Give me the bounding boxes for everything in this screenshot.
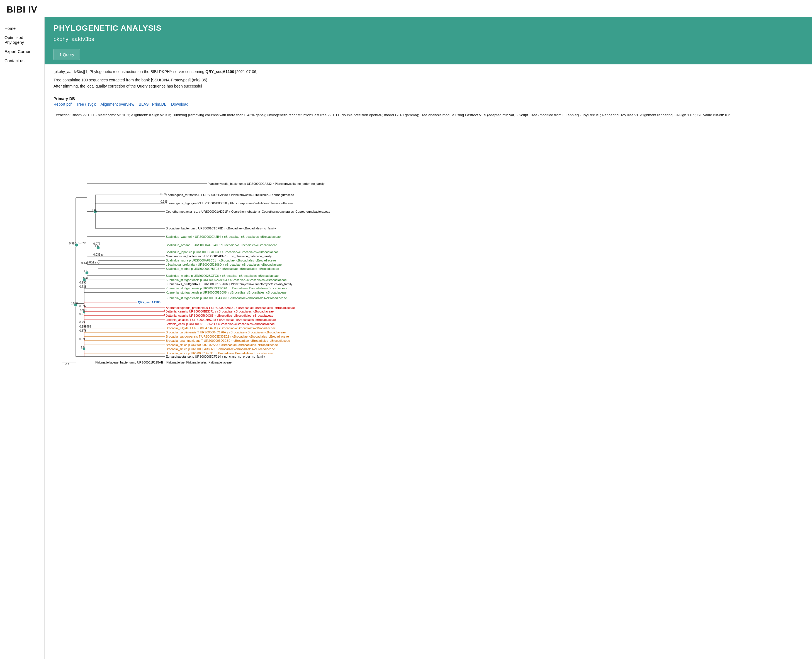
query-name: QRY_seqA1100 <box>205 69 234 74</box>
label-broc-anamm: Brocadia_anammoxidans T URS000003D7EB0 ↑… <box>166 339 290 342</box>
support-0.27: 0.27 <box>79 312 85 315</box>
desc-line2: After trimming, the local quality correc… <box>54 83 803 89</box>
nav-expert-corner[interactable]: Expert Corner <box>5 47 40 56</box>
label-broc-fulgida: Brocadia_fulgida T URS000047B430 ↑ cBroc… <box>166 326 276 330</box>
link-alignment-overview[interactable]: Alignment overview <box>100 102 134 107</box>
support-0.738: 0.738 <box>79 285 87 288</box>
info-text: [pkphy_aafdv3bs][1] Phylogenetic reconst… <box>54 69 204 74</box>
label-kuenenia1: Kuenenia_stuttgartiensis p URS00002C8303… <box>166 278 287 282</box>
label-scalindua-brodae: Scalindua_brodae ↑ URS000044S240 ↑ cBroc… <box>166 243 277 247</box>
page-subtitle: pkphy_aafdv3bs <box>54 36 803 43</box>
label-broc-sinica3: Brocadia_sinica p URS000814F7D ↑ cBrocad… <box>166 352 273 355</box>
label-kuenenia4: Kuenenia_stuttgartiensis p URS0001C43B18… <box>166 296 287 300</box>
label-kiritimati: Kiritimatiellaceae_bacterium p URS00001F… <box>95 361 231 364</box>
methods-text: Extraction: Blastn v2.10.1 - blastdbcmd … <box>54 112 803 121</box>
links-label: Primary-DB <box>54 96 803 101</box>
asterisk-2: * <box>164 313 165 317</box>
label-jettenia-caeni2: Jettenia_caeni p URS000056DC85 ↑ cBrocad… <box>166 314 273 317</box>
label-scalindua-rubra: Scalindua_rubra p URS0000AF2C31 ↑ cBroca… <box>166 259 276 262</box>
main-content: PHYLOGENETIC ANALYSIS pkphy_aafdv3bs 1 Q… <box>45 17 812 659</box>
label-broc-bact-upper: Brocadiae_bacterium p URS0001C1BF8D ↑ cB… <box>166 227 276 230</box>
links-row: Report pdf Tree (.svg); Alignment overvi… <box>54 102 803 107</box>
nav-contact-us[interactable]: Contact us <box>5 56 40 65</box>
label-scalindua-marina2: Scalindua_marina p URS00002SCFC6 ↑ cBroc… <box>166 274 279 277</box>
nav-home[interactable]: Home <box>5 24 40 33</box>
label-broc-carol: Brocadia_caroliniensis T URS000004C178A … <box>166 331 286 334</box>
label-planctomycetia-bact: Planctomycetia_bacterium p URS0000ECA732… <box>208 182 325 185</box>
label-jettenia-caeni1: Jettenia_caeni p URS00000BDD71 ↑ cBrocad… <box>166 310 274 313</box>
app: BIBI IV Home Optimized Phylogeny Expert … <box>0 0 812 659</box>
support-0.997: 0.997 <box>161 192 167 196</box>
label-broc-sapporo: Brocadia_sapporoensis T URS000003D33E02 … <box>166 335 289 338</box>
logo: BIBI IV <box>7 5 805 15</box>
support-0.489: 0.489 <box>84 325 91 328</box>
link-report-pdf[interactable]: Report pdf <box>54 102 72 107</box>
support-0.976: 0.976 <box>71 302 78 305</box>
link-blast-prim[interactable]: BLAST Prim.DB <box>139 102 167 107</box>
support-0.998: 0.998 <box>79 337 87 341</box>
support-0.998: 0.998 <box>69 242 76 245</box>
label-cscalindua-prof: cScalindua_profunda ↑ URS000052308D ↑ cB… <box>166 263 282 266</box>
label-scalindua-marina1: Scalindua_marina p URS00000075F05 ↑ cBro… <box>166 267 279 270</box>
support-1.0-scalindua2: 1.0 <box>83 270 88 273</box>
query-badge: 1 Query <box>54 49 80 60</box>
label-jettenia-ecosi: Jettenia_ecosi p URS000019B362D ↑ cBroca… <box>166 322 275 326</box>
page-header-band: PHYLOGENETIC ANALYSIS pkphy_aafdv3bs <box>45 17 812 47</box>
support-0.422: 0.422 <box>93 262 99 265</box>
label-kuenenia-x: KueneniaxX_stuttgartbxX T URS000015B166 … <box>166 282 292 286</box>
label-kuenenia2: Kuenenia_stuttgartiensis p URS0000CBF1F1… <box>166 287 287 290</box>
label-thermo-terri: Thermogutta_terrifontis RT URS00002SAB80… <box>166 193 294 197</box>
scale-label: 0.1 <box>66 363 69 365</box>
label-broc-sinica2: Brocadia_sinica p URS0000A38D79 ↑ cBroca… <box>166 347 275 351</box>
date-text: [2021-07-06] <box>235 69 257 74</box>
label-euryarc: Euryarchaeota_sp. p URS000005CF214 ↑ no_… <box>166 355 265 358</box>
support-0.979: 0.979 <box>79 241 85 244</box>
query-bar: 1 Query <box>45 47 812 65</box>
description: Tree containing 100 sequences extracted … <box>54 77 803 93</box>
support-0.977: 0.977 <box>93 242 100 245</box>
label-scalindua-wagner: Scalindua_wagneri ↑ URS000000E42B4 ↑ cBr… <box>166 235 281 238</box>
label-thermo-hyp: Thermogutta_hypogea RT URS000013CC58 ↑ P… <box>166 202 293 205</box>
label-broc-sinica1: Brocadia_sinica p URS000002282A83 ↑ cBro… <box>166 343 278 347</box>
link-tree-svg[interactable]: Tree (.svg); <box>76 102 96 107</box>
support-1.0-top: 1.0 <box>92 208 96 211</box>
support-1.0-broc: 1.0 <box>81 346 85 349</box>
info-line: [pkphy_aafdv3bs][1] Phylogenetic reconst… <box>54 69 803 75</box>
support-0.995: 0.995 <box>79 281 87 284</box>
support-0.678: 0.678 <box>79 329 87 332</box>
asterisk-1: * <box>164 309 165 313</box>
desc-line1: Tree containing 100 sequences extracted … <box>54 77 803 83</box>
support-0.935: 0.935 <box>161 200 167 203</box>
support-0.99: 0.99 <box>79 321 85 324</box>
links-section: Primary-DB Report pdf Tree (.svg); Align… <box>54 96 803 110</box>
label-jettenia-asiatica: Jettenia_asiatica T URS00002B6228 ↑ cBro… <box>166 318 276 322</box>
sidebar: Home Optimized Phylogeny Expert Corner C… <box>0 17 45 659</box>
label-anammox: Anammoxoglobus_propionicus T URS000022B3… <box>166 306 295 309</box>
label-scalindua-japon: Scalindua_japonica p URS000CB4E63 ↑ cBro… <box>166 250 279 254</box>
tree-svg: Planctomycetia_bacterium p URS0000ECA732… <box>54 128 360 365</box>
link-download[interactable]: Download <box>171 102 188 107</box>
page-title: PHYLOGENETIC ANALYSIS <box>54 24 803 33</box>
label-marinimicro: Marinimicrobia_bacterium p URS000CABF75 … <box>166 254 272 258</box>
label-kuenenia3: Kuenenia_stuttgartiensis p URS000051B098… <box>166 291 286 294</box>
header: BIBI IV <box>0 0 812 17</box>
layout: Home Optimized Phylogeny Expert Corner C… <box>0 17 812 659</box>
support-0.65: 0.65 <box>99 254 104 257</box>
support-0.996: 0.996 <box>81 277 88 280</box>
label-qry: QRY_seqA1100 <box>138 301 161 304</box>
content-area: [pkphy_aafdv3bs][1] Phylogenetic reconst… <box>45 65 812 372</box>
tree-container: Planctomycetia_bacterium p URS0000ECA732… <box>54 126 803 368</box>
nav-optimized-phylogeny[interactable]: Optimized Phylogeny <box>5 33 40 47</box>
label-coprothermo: Coprothermobacter_sp. p URS000001ADE1F ↑… <box>166 210 330 213</box>
support-0.992: 0.992 <box>79 305 87 308</box>
